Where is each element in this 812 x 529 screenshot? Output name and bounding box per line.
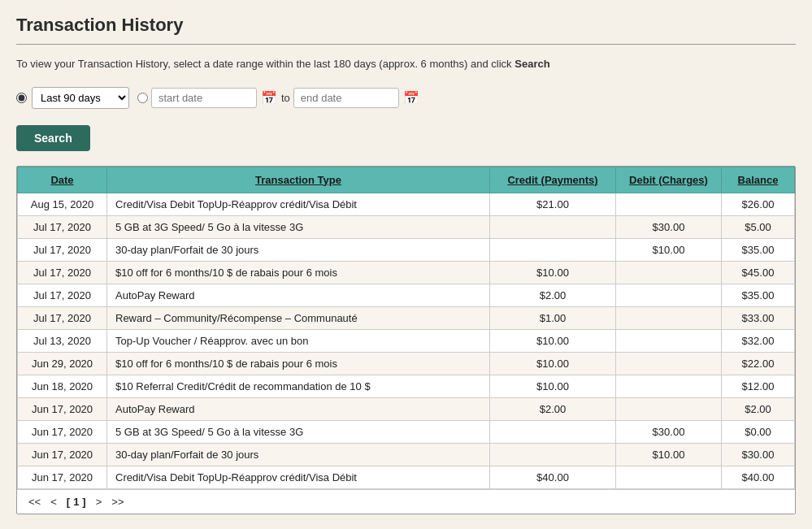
date-range-group: 📅 to 📅	[137, 88, 420, 108]
cell-type: Top-Up Voucher / Réapprov. avec un bon	[107, 329, 490, 352]
preset-dropdown[interactable]: Last 90 days Last 30 days Last 60 days L…	[32, 87, 129, 109]
cell-debit: $30.00	[616, 420, 722, 443]
end-date-input[interactable]	[293, 88, 399, 108]
title-divider	[16, 44, 796, 45]
cell-debit	[616, 397, 722, 420]
table-row: Jun 29, 2020$10 off for 6 months/10 $ de…	[18, 352, 795, 375]
cell-credit: $21.00	[490, 193, 616, 215]
cell-debit: $10.00	[616, 238, 722, 261]
cell-balance: $30.00	[722, 443, 795, 466]
search-button[interactable]: Search	[16, 125, 90, 151]
cell-type: 30-day plan/Forfait de 30 jours	[107, 443, 490, 466]
col-type: Transaction Type	[107, 167, 490, 193]
cell-type: Reward – Community/Récompense – Communau…	[107, 306, 490, 329]
cell-balance: $26.00	[722, 193, 795, 215]
table-row: Jun 17, 2020Credit/Visa Debit TopUp-Réap…	[18, 466, 795, 488]
cell-date: Jun 18, 2020	[18, 375, 107, 397]
table-row: Jul 17, 202030-day plan/Forfait de 30 jo…	[18, 238, 795, 261]
transaction-table: Date Transaction Type Credit (Payments) …	[17, 167, 795, 489]
cell-debit	[616, 193, 722, 215]
table-row: Jul 17, 2020Reward – Community/Récompens…	[18, 306, 795, 329]
cell-type: $10 off for 6 months/10 $ de rabais pour…	[107, 352, 490, 375]
pagination-first[interactable]: <<	[25, 495, 44, 509]
cell-balance: $22.00	[722, 352, 795, 375]
preset-radio[interactable]	[16, 93, 27, 103]
instructions-text: To view your Transaction History, select…	[16, 56, 796, 72]
start-date-calendar-icon[interactable]: 📅	[260, 89, 278, 106]
cell-balance: $35.00	[722, 284, 795, 306]
cell-balance: $2.00	[722, 397, 795, 420]
end-date-calendar-icon[interactable]: 📅	[402, 89, 420, 106]
cell-credit	[490, 238, 616, 261]
cell-balance: $5.00	[722, 215, 795, 238]
cell-type: 5 GB at 3G Speed/ 5 Go à la vitesse 3G	[107, 215, 490, 238]
cell-date: Jun 17, 2020	[18, 443, 107, 466]
table-row: Jul 17, 2020$10 off for 6 months/10 $ de…	[18, 261, 795, 284]
cell-balance: $45.00	[722, 261, 795, 284]
cell-type: $10 Referral Credit/Crédit de recommanda…	[107, 375, 490, 397]
cell-credit	[490, 215, 616, 238]
cell-type: 5 GB at 3G Speed/ 5 Go à la vitesse 3G	[107, 420, 490, 443]
cell-credit	[490, 443, 616, 466]
cell-credit: $10.00	[490, 352, 616, 375]
cell-credit: $1.00	[490, 306, 616, 329]
cell-credit: $40.00	[490, 466, 616, 488]
cell-date: Jun 17, 2020	[18, 420, 107, 443]
cell-type: Credit/Visa Debit TopUp-Réapprov crédit/…	[107, 466, 490, 488]
col-credit: Credit (Payments)	[490, 167, 616, 193]
cell-date: Jul 17, 2020	[18, 238, 107, 261]
cell-date: Jul 17, 2020	[18, 261, 107, 284]
pagination: << < [1] > >>	[17, 489, 795, 514]
start-date-input[interactable]	[151, 88, 257, 108]
col-date: Date	[18, 167, 107, 193]
cell-type: Credit/Visa Debit TopUp-Réapprov crédit/…	[107, 193, 490, 215]
table-header-row: Date Transaction Type Credit (Payments) …	[18, 167, 795, 193]
cell-debit	[616, 352, 722, 375]
table-row: Jul 13, 2020Top-Up Voucher / Réapprov. a…	[18, 329, 795, 352]
pagination-prev[interactable]: <	[47, 495, 60, 509]
cell-date: Aug 15, 2020	[18, 193, 107, 215]
table-row: Jun 17, 20205 GB at 3G Speed/ 5 Go à la …	[18, 420, 795, 443]
table-row: Jun 18, 2020$10 Referral Credit/Crédit d…	[18, 375, 795, 397]
cell-date: Jul 17, 2020	[18, 284, 107, 306]
cell-type: $10 off for 6 months/10 $ de rabais pour…	[107, 261, 490, 284]
pagination-last[interactable]: >>	[108, 495, 127, 509]
cell-date: Jun 29, 2020	[18, 352, 107, 375]
cell-debit	[616, 375, 722, 397]
cell-date: Jul 17, 2020	[18, 215, 107, 238]
cell-credit	[490, 420, 616, 443]
cell-balance: $0.00	[722, 420, 795, 443]
to-label: to	[281, 92, 290, 104]
preset-option-group: Last 90 days Last 30 days Last 60 days L…	[16, 87, 129, 109]
cell-debit	[616, 261, 722, 284]
table-row: Jul 17, 2020AutoPay Reward$2.00$35.00	[18, 284, 795, 306]
cell-type: AutoPay Reward	[107, 284, 490, 306]
cell-type: 30-day plan/Forfait de 30 jours	[107, 238, 490, 261]
cell-type: AutoPay Reward	[107, 397, 490, 420]
cell-date: Jul 13, 2020	[18, 329, 107, 352]
cell-date: Jun 17, 2020	[18, 466, 107, 488]
cell-date: Jul 17, 2020	[18, 306, 107, 329]
col-balance: Balance	[722, 167, 795, 193]
cell-credit: $10.00	[490, 261, 616, 284]
cell-balance: $12.00	[722, 375, 795, 397]
cell-debit: $10.00	[616, 443, 722, 466]
transaction-table-container: Date Transaction Type Credit (Payments) …	[16, 166, 796, 514]
cell-date: Jun 17, 2020	[18, 397, 107, 420]
cell-balance: $33.00	[722, 306, 795, 329]
pagination-next[interactable]: >	[93, 495, 106, 509]
col-debit: Debit (Charges)	[616, 167, 722, 193]
table-body: Aug 15, 2020Credit/Visa Debit TopUp-Réap…	[18, 193, 795, 488]
table-row: Jul 17, 20205 GB at 3G Speed/ 5 Go à la …	[18, 215, 795, 238]
table-row: Aug 15, 2020Credit/Visa Debit TopUp-Réap…	[18, 193, 795, 215]
cell-credit: $2.00	[490, 397, 616, 420]
cell-debit: $30.00	[616, 215, 722, 238]
page-title: Transaction History	[16, 15, 796, 36]
date-range-radio[interactable]	[137, 93, 148, 103]
cell-balance: $35.00	[722, 238, 795, 261]
cell-balance: $32.00	[722, 329, 795, 352]
pagination-current: [1]	[63, 495, 89, 509]
table-row: Jun 17, 2020AutoPay Reward$2.00$2.00	[18, 397, 795, 420]
cell-credit: $10.00	[490, 375, 616, 397]
cell-balance: $40.00	[722, 466, 795, 488]
